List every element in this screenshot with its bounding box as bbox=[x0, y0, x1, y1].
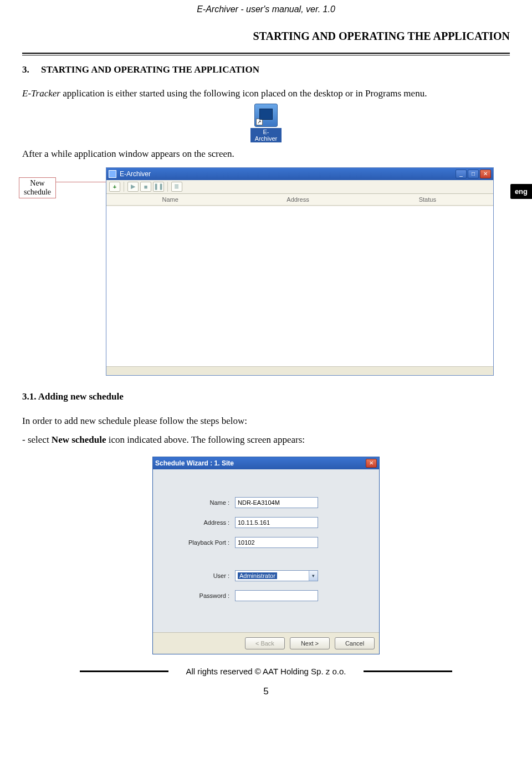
name-field[interactable] bbox=[235, 497, 318, 508]
footer-rule-left bbox=[80, 670, 168, 672]
section-number: 3. bbox=[22, 64, 29, 75]
password-field[interactable] bbox=[235, 590, 318, 601]
section-heading: 3. STARTING AND OPERATING THE APPLICATIO… bbox=[22, 64, 510, 75]
intro-paragraph: E-Tracker application is either started … bbox=[22, 88, 510, 100]
footer: All rights reserved © AAT Holding Sp. z … bbox=[22, 667, 510, 676]
step1-prefix: - select bbox=[22, 434, 52, 445]
intro-rest: application is either started using the … bbox=[60, 88, 427, 99]
wizard-title: Schedule Wizard : 1. Site bbox=[155, 459, 365, 467]
status-bar bbox=[106, 366, 493, 375]
pause-button[interactable]: ❚❚ bbox=[153, 182, 164, 192]
desktop-icon-label: E-Archiver bbox=[250, 128, 282, 142]
user-select[interactable]: Administrator ▾ bbox=[235, 570, 318, 581]
name-label: Name : bbox=[168, 499, 235, 506]
wizard-close-button[interactable]: ✕ bbox=[366, 459, 377, 468]
close-button[interactable]: ✕ bbox=[480, 170, 491, 178]
language-tab: eng bbox=[510, 184, 532, 199]
section-title: STARTING AND OPERATING THE APPLICATION bbox=[41, 64, 259, 75]
toolbar-separator bbox=[167, 182, 168, 192]
footer-rule-right bbox=[364, 670, 452, 672]
playback-port-field[interactable] bbox=[235, 537, 318, 548]
shortcut-arrow-icon: ↗ bbox=[256, 119, 263, 125]
footer-text: All rights reserved © AAT Holding Sp. z … bbox=[186, 667, 346, 676]
steps-intro: In order to add new schedule please foll… bbox=[22, 416, 510, 427]
playback-port-label: Playback Port : bbox=[168, 539, 235, 546]
column-status: Status bbox=[362, 196, 493, 203]
document-header: E-Archiver - user's manual, ver. 1.0 bbox=[22, 4, 510, 14]
column-headers: Name Address Status bbox=[106, 194, 493, 206]
app-name-text: E-Tracker bbox=[22, 88, 60, 99]
callout-new-schedule: New schedule bbox=[19, 177, 56, 198]
step-1: - select New schedule icon indicated abo… bbox=[22, 434, 510, 446]
list-area bbox=[106, 206, 493, 366]
user-label: User : bbox=[168, 572, 235, 579]
stop-button[interactable]: ■ bbox=[140, 182, 151, 192]
back-button[interactable]: < Back bbox=[245, 637, 285, 649]
toolbar-separator bbox=[124, 182, 124, 192]
column-address: Address bbox=[234, 196, 361, 203]
callout-line2: schedule bbox=[24, 188, 51, 196]
chapter-title: STARTING AND OPERATING THE APPLICATION bbox=[22, 30, 510, 43]
schedule-wizard-dialog: Schedule Wizard : 1. Site ✕ Name : Addre… bbox=[152, 457, 380, 654]
minimize-button[interactable]: _ bbox=[456, 170, 467, 178]
window-title: E-Archiver bbox=[120, 170, 454, 178]
window-app-icon bbox=[109, 170, 116, 178]
wizard-button-bar: < Back Next > Cancel bbox=[153, 632, 379, 654]
callout-line1: New bbox=[30, 179, 44, 187]
maximize-button[interactable]: □ bbox=[468, 170, 479, 178]
step1-bold: New schedule bbox=[52, 434, 106, 445]
toolbar: + ▶ ■ ❚❚ ≣ bbox=[106, 180, 493, 194]
list-button[interactable]: ≣ bbox=[171, 182, 182, 192]
horizontal-rule bbox=[22, 53, 510, 55]
user-select-value: Administrator bbox=[238, 572, 277, 579]
e-archiver-window: E-Archiver _ □ ✕ + ▶ ■ ❚❚ ≣ Name Address… bbox=[106, 167, 494, 376]
cancel-button[interactable]: Cancel bbox=[335, 637, 375, 649]
app-icon: ↗ bbox=[254, 104, 278, 127]
next-button[interactable]: Next > bbox=[290, 637, 330, 649]
callout-leader-line bbox=[56, 182, 106, 182]
address-label: Address : bbox=[168, 519, 235, 526]
page-number: 5 bbox=[22, 686, 510, 697]
password-label: Password : bbox=[168, 592, 235, 599]
wizard-titlebar: Schedule Wizard : 1. Site ✕ bbox=[153, 457, 379, 469]
step1-rest: icon indicated above. The following scre… bbox=[106, 434, 305, 445]
desktop-shortcut-icon[interactable]: ↗ E-Archiver bbox=[250, 104, 282, 143]
address-field[interactable] bbox=[235, 517, 318, 528]
play-button[interactable]: ▶ bbox=[127, 182, 139, 192]
column-name: Name bbox=[106, 196, 234, 203]
new-schedule-button[interactable]: + bbox=[109, 182, 120, 192]
wizard-body: Name : Address : Playback Port : User : … bbox=[153, 469, 379, 632]
window-titlebar: E-Archiver _ □ ✕ bbox=[106, 168, 493, 180]
subsection-heading: 3.1. Adding new schedule bbox=[22, 391, 510, 402]
after-while-text: After a while application window appears… bbox=[22, 149, 510, 160]
chevron-down-icon: ▾ bbox=[309, 571, 318, 581]
